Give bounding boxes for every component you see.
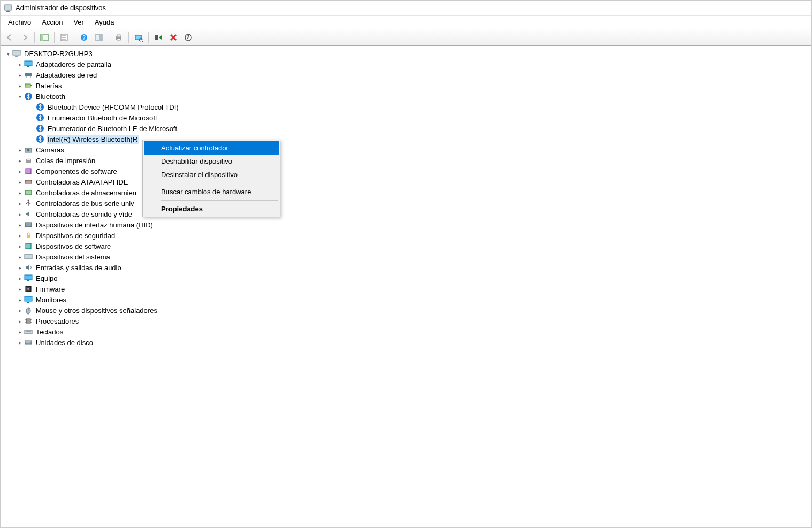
expander-closed-icon[interactable]: ▸ bbox=[16, 295, 24, 304]
expander-closed-icon[interactable]: ▸ bbox=[16, 188, 24, 197]
tree-item-bluetooth[interactable]: ▾ Bluetooth bbox=[2, 91, 810, 102]
computer-icon bbox=[24, 274, 33, 282]
software-device-icon bbox=[24, 242, 33, 250]
expander-closed-icon[interactable]: ▸ bbox=[16, 274, 24, 282]
ctx-scan-hardware[interactable]: Buscar cambios de hardware bbox=[144, 185, 279, 198]
expander-closed-icon[interactable]: ▸ bbox=[16, 156, 24, 165]
tree-item-firmware[interactable]: ▸ Firmware bbox=[2, 284, 810, 294]
back-button[interactable] bbox=[3, 31, 17, 44]
svg-rect-50 bbox=[27, 280, 29, 281]
tree-item-storage-controllers[interactable]: ▸ Controladoras de almacenamien bbox=[2, 187, 810, 198]
tree-item-mouse[interactable]: ▸ Mouse y otros dispositivos señaladores bbox=[2, 305, 810, 316]
expander-closed-icon[interactable]: ▸ bbox=[16, 231, 24, 240]
tree-item-sound-controllers[interactable]: ▸ Controladoras de sonido y víde bbox=[2, 209, 810, 219]
help-button[interactable]: ? bbox=[77, 31, 91, 44]
expander-closed-icon[interactable]: ▸ bbox=[16, 146, 24, 154]
properties-button[interactable] bbox=[57, 31, 71, 44]
tree-item-hid[interactable]: ▸ Dispositivos de interfaz humana (HID) bbox=[2, 219, 810, 230]
tree-item-bluetooth-ms-le-enum[interactable]: Enumerador de Bluetooth LE de Microsoft bbox=[2, 123, 810, 134]
expander-closed-icon[interactable]: ▸ bbox=[16, 263, 24, 272]
expander-open-icon[interactable]: ▾ bbox=[4, 49, 12, 58]
svg-rect-49 bbox=[25, 275, 32, 280]
tree-item-network-adapters[interactable]: ▸ Adaptadores de red bbox=[2, 70, 810, 80]
ctx-update-driver[interactable]: Actualizar controlador bbox=[144, 141, 279, 155]
tree-item-usb-controllers[interactable]: ▸ Controladoras de bus serie univ bbox=[2, 198, 810, 209]
expander-closed-icon[interactable]: ▸ bbox=[16, 242, 24, 250]
expander-closed-icon[interactable]: ▸ bbox=[16, 60, 24, 68]
svg-rect-23 bbox=[13, 50, 20, 55]
svg-rect-1 bbox=[7, 10, 9, 11]
mouse-icon bbox=[24, 306, 33, 315]
device-tree[interactable]: ▾ DESKTOP-R2GUHP3 ▸ Adaptadores de panta… bbox=[1, 45, 811, 527]
expander-closed-icon[interactable]: ▸ bbox=[16, 338, 24, 347]
forward-button[interactable] bbox=[18, 31, 32, 44]
tree-item-print-queues[interactable]: ▸ Colas de impresión bbox=[2, 155, 810, 166]
expander-closed-icon[interactable]: ▸ bbox=[16, 306, 24, 315]
network-icon bbox=[24, 71, 33, 79]
expander-closed-icon[interactable]: ▸ bbox=[16, 81, 24, 90]
expander-closed-icon[interactable]: ▸ bbox=[16, 327, 24, 336]
scan-hardware-button[interactable] bbox=[132, 31, 145, 44]
menu-action[interactable]: Acción bbox=[36, 16, 68, 29]
menu-file[interactable]: Archivo bbox=[3, 16, 36, 29]
tree-item-bluetooth-ms-enum[interactable]: Enumerador Bluetooth de Microsoft bbox=[2, 112, 810, 123]
tree-item-bluetooth-rfcomm[interactable]: Bluetooth Device (RFCOMM Protocol TDI) bbox=[2, 102, 810, 112]
tree-item-computer[interactable]: ▸ Equipo bbox=[2, 273, 810, 284]
audio-io-icon bbox=[24, 263, 33, 272]
tree-item-audio-io[interactable]: ▸ Entradas y salidas de audio bbox=[2, 262, 810, 273]
window-title: Administrador de dispositivos bbox=[16, 4, 106, 12]
expander-open-icon[interactable]: ▾ bbox=[16, 92, 24, 101]
update-driver-button[interactable] bbox=[181, 31, 195, 44]
tree-item-label: Baterías bbox=[35, 81, 63, 90]
tree-item-cameras[interactable]: ▸ Cámaras bbox=[2, 144, 810, 155]
tree-item-software-devices[interactable]: ▸ Dispositivos de software bbox=[2, 241, 810, 251]
expander-closed-icon[interactable]: ▸ bbox=[16, 178, 24, 186]
expander-closed-icon[interactable]: ▸ bbox=[16, 252, 24, 261]
system-icon bbox=[24, 252, 33, 261]
menu-help[interactable]: Ayuda bbox=[89, 16, 120, 29]
tree-item-keyboards[interactable]: ▸ Teclados bbox=[2, 326, 810, 337]
tree-item-label: Intel(R) Wireless Bluetooth(R bbox=[47, 135, 139, 144]
enable-device-button[interactable] bbox=[151, 31, 165, 44]
ctx-uninstall-device[interactable]: Desinstalar el dispositivo bbox=[144, 168, 279, 181]
tree-item-label: Unidades de disco bbox=[35, 338, 94, 347]
ctx-separator bbox=[161, 200, 278, 201]
expander-closed-icon[interactable]: ▸ bbox=[16, 210, 24, 218]
show-hide-tree-button[interactable] bbox=[37, 31, 51, 44]
expander-closed-icon[interactable]: ▸ bbox=[16, 285, 24, 293]
tree-root-label: DESKTOP-R2GUHP3 bbox=[23, 49, 94, 58]
tree-item-label: Teclados bbox=[35, 327, 64, 336]
svg-rect-16 bbox=[135, 35, 142, 40]
tree-item-security-devices[interactable]: ▸ Dispositivos de seguridad bbox=[2, 230, 810, 241]
ctx-disable-device[interactable]: Deshabilitar dispositivo bbox=[144, 155, 279, 168]
expander-closed-icon[interactable]: ▸ bbox=[16, 199, 24, 208]
tree-root[interactable]: ▾ DESKTOP-R2GUHP3 bbox=[2, 48, 810, 59]
tree-item-batteries[interactable]: ▸ Baterías bbox=[2, 80, 810, 91]
expander-closed-icon[interactable]: ▸ bbox=[16, 220, 24, 229]
tree-item-label: Adaptadores de pantalla bbox=[35, 60, 112, 69]
tree-item-monitors[interactable]: ▸ Monitores bbox=[2, 294, 810, 305]
tree-item-processors[interactable]: ▸ Procesadores bbox=[2, 316, 810, 326]
processor-icon bbox=[24, 317, 33, 325]
action-pane-button[interactable] bbox=[92, 31, 106, 44]
svg-rect-15 bbox=[117, 39, 120, 40]
tree-item-disk-drives[interactable]: ▸ Unidades de disco bbox=[2, 337, 810, 348]
expander-closed-icon[interactable]: ▸ bbox=[16, 71, 24, 79]
tree-item-system-devices[interactable]: ▸ Dispositivos del sistema bbox=[2, 251, 810, 262]
tree-item-bluetooth-intel[interactable]: Intel(R) Wireless Bluetooth(R bbox=[2, 134, 810, 144]
tree-item-label: Mouse y otros dispositivos señaladores bbox=[35, 306, 158, 315]
tree-item-label: Dispositivos del sistema bbox=[35, 252, 111, 262]
menu-view[interactable]: Ver bbox=[68, 16, 89, 29]
ide-icon bbox=[24, 178, 33, 186]
disable-device-button[interactable] bbox=[166, 31, 180, 44]
svg-rect-0 bbox=[4, 5, 12, 10]
tree-item-software-components[interactable]: ▸ Componentes de software bbox=[2, 166, 810, 177]
print-button[interactable] bbox=[112, 31, 126, 44]
expander-closed-icon[interactable]: ▸ bbox=[16, 167, 24, 175]
tree-item-display-adapters[interactable]: ▸ Adaptadores de pantalla bbox=[2, 59, 810, 70]
ctx-properties[interactable]: Propiedades bbox=[144, 202, 279, 216]
firmware-icon bbox=[24, 285, 33, 293]
tree-item-ide-controllers[interactable]: ▸ Controladoras ATA/ATAPI IDE bbox=[2, 177, 810, 187]
svg-rect-40 bbox=[27, 158, 30, 160]
expander-closed-icon[interactable]: ▸ bbox=[16, 317, 24, 325]
